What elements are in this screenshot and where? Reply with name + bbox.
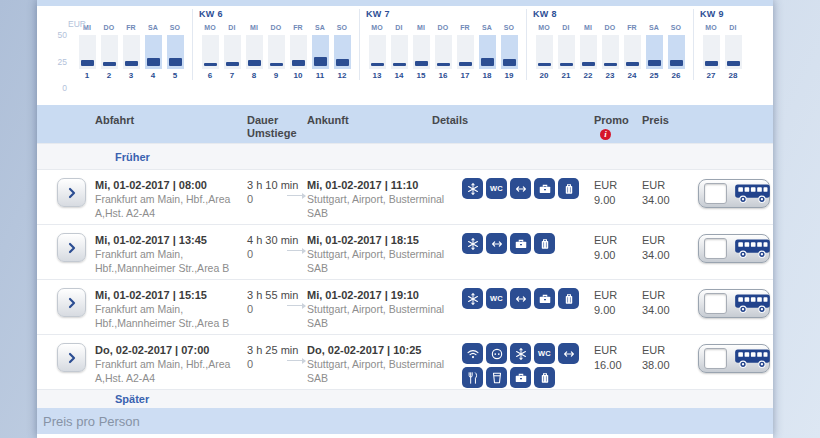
hand-luggage-icon — [534, 178, 555, 199]
day-of-week-label: DO — [432, 22, 454, 34]
calendar-day[interactable]: SA4 — [142, 22, 164, 80]
promo-price-cell: EUR16.00 — [594, 343, 642, 389]
day-number: 14 — [388, 71, 410, 80]
axis-tick-0: 0 — [45, 83, 67, 93]
expand-cell — [57, 178, 95, 224]
calendar-day[interactable]: FR17 — [454, 22, 476, 80]
calendar-day[interactable]: SA18 — [476, 22, 498, 80]
select-checkbox[interactable] — [704, 348, 727, 369]
calendar-day[interactable]: DI28 — [722, 22, 744, 80]
departure-cell: Mi, 01-02-2017 | 15:15Frankfurt am Main,… — [95, 288, 235, 334]
calendar-day[interactable]: MI1 — [76, 22, 98, 80]
calendar-day[interactable]: DO16 — [432, 22, 454, 80]
departure-station: Frankfurt am Main, Hbf.,Mannheimer Str.,… — [95, 247, 235, 275]
calendar-day[interactable]: MO6 — [199, 22, 221, 80]
select-journey-button[interactable] — [698, 289, 770, 318]
calendar-day[interactable]: DO2 — [98, 22, 120, 80]
departure-datetime: Do, 02-02-2017 | 07:00 — [95, 343, 235, 357]
select-journey-button[interactable] — [698, 234, 770, 263]
wc-icon: WC — [486, 288, 507, 309]
results-table-header: Abfahrt Dauer Umstiege Ankunft Details P… — [37, 105, 773, 143]
transfer-arrow-icon — [287, 360, 305, 361]
calendar-day[interactable]: FR24 — [621, 22, 643, 80]
day-of-week-label: MO — [533, 22, 555, 34]
wc-icon: WC — [486, 178, 507, 199]
arrival-cell: Mi, 01-02-2017 | 11:10Stuttgart, Airport… — [307, 178, 457, 224]
select-checkbox[interactable] — [704, 238, 727, 259]
calendar-week-label — [76, 9, 186, 22]
calendar-day[interactable]: SO26 — [665, 22, 687, 80]
day-number: 17 — [454, 71, 476, 80]
departure-datetime: Mi, 01-02-2017 | 13:45 — [95, 233, 235, 247]
price-currency: EUR — [642, 233, 698, 248]
transfer-arrow-icon — [287, 195, 305, 196]
day-of-week-label: MO — [199, 22, 221, 34]
earlier-link[interactable]: Früher — [37, 143, 773, 169]
calendar-day[interactable]: DI7 — [221, 22, 243, 80]
price-bar — [371, 63, 384, 66]
promo-info-icon[interactable]: i — [600, 129, 611, 140]
expand-cell — [57, 233, 95, 279]
luggage-icon — [534, 367, 555, 388]
select-checkbox[interactable] — [704, 183, 727, 204]
calendar-week-group: KW 8MO20DI21MI22DO23FR24SA25SO26 — [526, 9, 690, 80]
price-column — [224, 35, 241, 69]
calendar-day[interactable]: DO9 — [265, 22, 287, 80]
promo-amount: 9.00 — [594, 193, 642, 208]
select-journey-button[interactable] — [698, 179, 770, 208]
price-column — [479, 35, 496, 69]
calendar-day[interactable]: MO27 — [700, 22, 722, 80]
price-bar — [314, 57, 327, 66]
price-cell: EUR34.00 — [642, 288, 698, 334]
price-column — [536, 35, 553, 69]
calendar-day[interactable]: SA25 — [643, 22, 665, 80]
day-of-week-label: DO — [98, 22, 120, 34]
calendar-day[interactable]: DO23 — [599, 22, 621, 80]
later-link[interactable]: Später — [37, 389, 773, 408]
calendar-day[interactable]: DI21 — [555, 22, 577, 80]
calendar-day[interactable]: FR3 — [120, 22, 142, 80]
day-number: 3 — [120, 71, 142, 80]
calendar-week-group: KW 7MO13DI14MI15DO16FR17SA18SO19 — [359, 9, 523, 80]
header-preis: Preis — [642, 114, 698, 143]
price-column — [501, 35, 518, 69]
calendar-day[interactable]: MI8 — [243, 22, 265, 80]
calendar-week-days: MO20DI21MI22DO23FR24SA25SO26 — [533, 22, 687, 80]
amenity-icons — [462, 233, 588, 254]
price-bar — [415, 61, 428, 66]
header-expand-spacer — [57, 114, 95, 143]
calendar-day[interactable]: SA11 — [309, 22, 331, 80]
expand-journey-button[interactable] — [57, 343, 86, 372]
duration-value: 4 h 30 min — [247, 233, 303, 247]
calendar-day[interactable]: MI22 — [577, 22, 599, 80]
calendar-day[interactable]: MI15 — [410, 22, 432, 80]
calendar-day[interactable]: SO12 — [331, 22, 353, 80]
arrival-datetime: Mi, 01-02-2017 | 11:10 — [307, 178, 457, 192]
arrival-station: Stuttgart, Airport, Busterminal SAB — [307, 192, 457, 220]
select-journey-button[interactable] — [698, 344, 770, 373]
calendar-day[interactable]: SO19 — [498, 22, 520, 80]
expand-journey-button[interactable] — [57, 233, 86, 262]
calendar-week-days: MO27DI28 — [700, 22, 744, 80]
price-bar — [538, 63, 551, 66]
expand-journey-button[interactable] — [57, 288, 86, 317]
expand-journey-button[interactable] — [57, 178, 86, 207]
price-bar — [459, 62, 472, 66]
bus-icon — [734, 183, 772, 204]
duration-cell: 3 h 10 min0 — [247, 178, 303, 224]
price-bar — [103, 62, 116, 66]
select-checkbox[interactable] — [704, 293, 727, 314]
calendar-day[interactable]: SO5 — [164, 22, 186, 80]
calendar-day[interactable]: FR10 — [287, 22, 309, 80]
departure-station: Frankfurt am Main, Hbf.,Area A,Hst. A2-A… — [95, 192, 235, 220]
price-column — [334, 35, 351, 69]
day-of-week-label: DI — [722, 22, 744, 34]
calendar-day[interactable]: MO13 — [366, 22, 388, 80]
arrival-cell: Mi, 01-02-2017 | 19:10Stuttgart, Airport… — [307, 288, 457, 334]
day-of-week-label: MI — [410, 22, 432, 34]
arrival-station: Stuttgart, Airport, Busterminal SAB — [307, 302, 457, 330]
calendar-day[interactable]: DI14 — [388, 22, 410, 80]
calendar-day[interactable]: MO20 — [533, 22, 555, 80]
wc-icon-label: WC — [490, 294, 503, 303]
promo-amount: 9.00 — [594, 248, 642, 263]
